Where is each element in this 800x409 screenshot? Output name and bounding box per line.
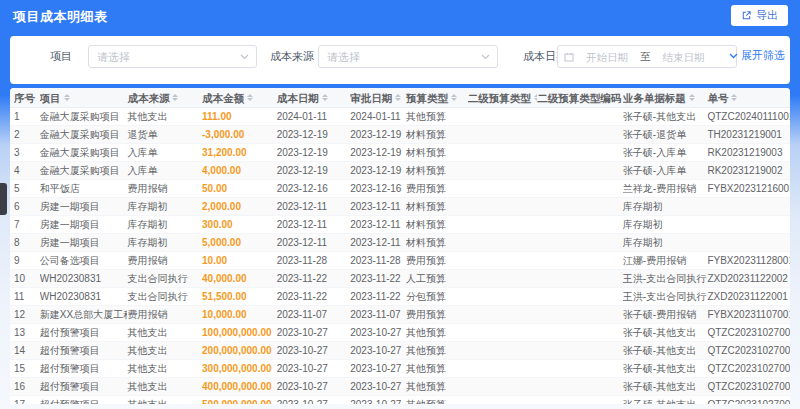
table-cell: 1 xyxy=(14,108,40,125)
table-cell: 其他预算 xyxy=(406,342,468,359)
table-cell: 新建XX总部大厦工程二期 xyxy=(40,306,128,323)
table-cell: 库存期初 xyxy=(127,198,202,215)
column-header-label: 二级预算类型 xyxy=(468,88,531,107)
cost-source-select[interactable] xyxy=(318,45,498,68)
column-header[interactable]: 成本来源 xyxy=(127,88,202,107)
table-cell xyxy=(537,324,623,341)
table-cell: 2023-12-11 xyxy=(277,234,351,251)
column-header[interactable]: 项目 xyxy=(40,88,128,107)
table-cell: 超付预警项目 xyxy=(40,378,128,395)
table-cell: 超付预警项目 xyxy=(40,324,128,341)
table-cell xyxy=(468,144,538,161)
table-cell: 7 xyxy=(14,216,40,233)
table-cell xyxy=(537,378,623,395)
table-row: 1金融大厦采购项目其他支出111.002024-01-112024-01-11其… xyxy=(10,108,790,126)
table-cell: 2023-10-27 xyxy=(350,396,406,404)
sort-icon[interactable] xyxy=(172,94,178,101)
sort-icon[interactable] xyxy=(64,94,70,101)
cost-date-range[interactable]: 至 xyxy=(557,45,737,68)
sort-icon[interactable] xyxy=(731,94,737,101)
date-range-separator: 至 xyxy=(636,50,655,64)
table-cell: FYBX20231107001 xyxy=(707,306,790,323)
column-header[interactable]: 单号 xyxy=(707,88,790,107)
column-header[interactable]: 二级预算类型编码 xyxy=(537,88,623,107)
table-cell: 4 xyxy=(14,162,40,179)
table-cell: 2023-11-07 xyxy=(350,306,406,323)
table-cell: 50.00 xyxy=(202,180,277,197)
table-cell: 6 xyxy=(14,198,40,215)
table-cell: 费用报销 xyxy=(127,306,202,323)
date-end-input[interactable] xyxy=(655,51,713,63)
table-cell: 16 xyxy=(14,378,40,395)
table-cell: 2023-12-11 xyxy=(277,216,351,233)
table-cell: 5 xyxy=(14,180,40,197)
table-row: 9公司备选项目费用报销10.002023-11-282023-11-28费用预算… xyxy=(10,252,790,270)
table-cell: 500,000,000.00 xyxy=(202,396,277,404)
sort-icon[interactable] xyxy=(395,94,401,101)
table-cell: 超付预警项目 xyxy=(40,360,128,377)
table-cell: RK20231219003 xyxy=(707,144,790,161)
table-cell xyxy=(707,216,790,233)
table-cell: 材料预算 xyxy=(406,144,468,161)
sort-icon[interactable] xyxy=(451,94,457,101)
table-cell: 17 xyxy=(14,396,40,404)
table-cell: 其他预算 xyxy=(406,108,468,125)
column-header[interactable]: 业务单据标题 xyxy=(623,88,708,107)
table-cell: 王洪-支出合同执行 xyxy=(623,270,708,287)
table-cell xyxy=(468,306,538,323)
table-cell xyxy=(468,126,538,143)
expand-filters-link[interactable]: 展开筛选 xyxy=(729,48,785,63)
table-cell xyxy=(537,360,623,377)
table-row: 12新建XX总部大厦工程二期费用报销10,000.002023-11-07202… xyxy=(10,306,790,324)
sort-icon[interactable] xyxy=(247,94,253,101)
table-row: 8房建一期项目库存期初5,000.002023-12-112023-12-11材… xyxy=(10,234,790,252)
table-cell: 张子硕-其他支出 xyxy=(623,396,708,404)
expand-filters-label: 展开筛选 xyxy=(741,48,785,63)
table-cell: 2023-12-11 xyxy=(350,198,406,215)
cost-source-select-input[interactable] xyxy=(319,51,481,63)
sort-icon[interactable] xyxy=(689,94,695,101)
sidebar-drawer-handle[interactable] xyxy=(0,183,7,215)
date-start-input[interactable] xyxy=(578,51,636,63)
table-cell: 其他支出 xyxy=(127,108,202,125)
column-header[interactable]: 成本金额 xyxy=(202,88,277,107)
table-cell: 其他支出 xyxy=(127,360,202,377)
page-title: 项目成本明细表 xyxy=(13,8,108,26)
export-button[interactable]: 导出 xyxy=(731,5,788,26)
column-header[interactable]: 成本日期 xyxy=(277,88,351,107)
column-header: 序号 xyxy=(14,88,40,107)
project-select[interactable] xyxy=(88,45,257,68)
calendar-icon xyxy=(564,52,574,62)
table-cell: WH20230831 xyxy=(40,288,128,305)
sort-icon[interactable] xyxy=(322,94,328,101)
table-cell xyxy=(468,216,538,233)
table-cell: 超付预警项目 xyxy=(40,396,128,404)
table-cell: 2023-10-27 xyxy=(277,360,351,377)
table-cell: 2023-10-27 xyxy=(277,378,351,395)
table-cell: QTZC20240111001 xyxy=(707,108,790,125)
table-cell: 2023-10-27 xyxy=(350,324,406,341)
column-header[interactable]: 预算类型 xyxy=(406,88,468,107)
table-cell: 2023-10-27 xyxy=(277,396,351,404)
table-cell: 费用预算 xyxy=(406,180,468,197)
table-row: 4金融大厦采购项目入库单4,000.002023-12-192023-12-19… xyxy=(10,162,790,180)
table-cell: 费用预算 xyxy=(406,252,468,269)
table-cell xyxy=(468,108,538,125)
table-cell: 房建一期项目 xyxy=(40,198,128,215)
table-cell xyxy=(537,108,623,125)
table-cell: 其他支出 xyxy=(127,342,202,359)
filter-panel: 项目 成本来源 成本日期 至 展开筛选 搜索 清空搜索 xyxy=(10,36,790,84)
table-cell: 14 xyxy=(14,342,40,359)
table-cell: 人工预算 xyxy=(406,270,468,287)
table-cell: 费用报销 xyxy=(127,252,202,269)
table-cell xyxy=(468,360,538,377)
table-cell xyxy=(537,126,623,143)
column-header-label: 单号 xyxy=(707,88,728,107)
table-cell: -3,000.00 xyxy=(202,126,277,143)
table-cell: ZXD20231122001 xyxy=(707,288,790,305)
table-cell: 400,000,000.00 xyxy=(202,378,277,395)
column-header[interactable]: 审批日期 xyxy=(350,88,406,107)
table-cell: 2023-12-16 xyxy=(277,180,351,197)
project-select-input[interactable] xyxy=(89,51,240,63)
column-header[interactable]: 二级预算类型 xyxy=(468,88,538,107)
